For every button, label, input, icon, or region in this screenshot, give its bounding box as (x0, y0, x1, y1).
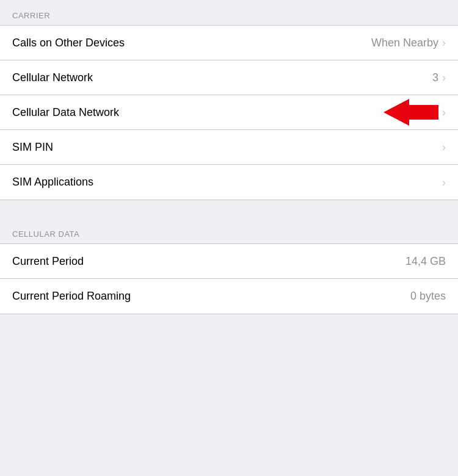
svg-marker-0 (383, 99, 438, 126)
cellular-data-section-header: CELLULAR DATA (0, 218, 458, 243)
chevron-icon: › (442, 107, 446, 118)
chevron-icon: › (442, 37, 446, 48)
page-container: CARRIER Calls on Other Devices When Near… (0, 0, 458, 314)
cellular-network-row[interactable]: Cellular Network 3 › (0, 60, 458, 95)
current-period-roaming-label: Current Period Roaming (12, 290, 131, 303)
calls-on-other-devices-label: Calls on Other Devices (12, 37, 125, 49)
current-period-roaming-row[interactable]: Current Period Roaming 0 bytes (0, 279, 458, 314)
current-period-value: 14,4 GB (405, 255, 446, 268)
cellular-data-network-row[interactable]: Cellular Data Network › (0, 95, 458, 130)
section-separator (0, 200, 458, 218)
cellular-data-section: CELLULAR DATA Current Period 14,4 GB Cur… (0, 218, 458, 314)
current-period-row[interactable]: Current Period 14,4 GB (0, 244, 458, 279)
sim-pin-label: SIM PIN (12, 141, 53, 154)
cellular-network-label: Cellular Network (12, 71, 93, 84)
chevron-icon: › (442, 72, 446, 83)
red-arrow-annotation (383, 99, 438, 126)
calls-on-other-devices-row[interactable]: Calls on Other Devices When Nearby › (0, 26, 458, 60)
carrier-settings-group: Calls on Other Devices When Nearby › Cel… (0, 25, 458, 200)
sim-pin-row[interactable]: SIM PIN › (0, 130, 458, 165)
carrier-section-header: CARRIER (0, 0, 458, 25)
sim-applications-row[interactable]: SIM Applications › (0, 165, 458, 200)
calls-on-other-devices-value: When Nearby (371, 37, 438, 49)
carrier-section: CARRIER Calls on Other Devices When Near… (0, 0, 458, 200)
cellular-data-network-label: Cellular Data Network (12, 106, 119, 119)
sim-applications-label: SIM Applications (12, 176, 93, 189)
current-period-roaming-value: 0 bytes (410, 290, 446, 303)
cellular-network-value: 3 (432, 71, 438, 84)
chevron-icon: › (442, 142, 446, 153)
current-period-label: Current Period (12, 255, 84, 268)
chevron-icon: › (442, 177, 446, 188)
cellular-data-settings-group: Current Period 14,4 GB Current Period Ro… (0, 243, 458, 314)
